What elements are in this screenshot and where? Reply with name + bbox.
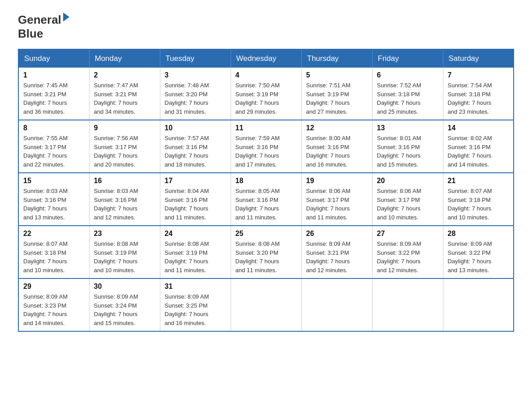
calendar-week-row: 29Sunrise: 8:09 AMSunset: 3:23 PMDayligh… — [18, 278, 514, 331]
day-number: 25 — [236, 230, 297, 238]
day-sun-info: Sunrise: 8:06 AMSunset: 3:17 PMDaylight:… — [306, 187, 368, 222]
day-number: 16 — [94, 177, 155, 185]
day-sun-info: Sunrise: 8:09 AMSunset: 3:22 PMDaylight:… — [377, 240, 438, 274]
day-sun-info: Sunrise: 7:51 AMSunset: 3:19 PMDaylight:… — [306, 81, 368, 116]
calendar-cell: 23Sunrise: 8:08 AMSunset: 3:19 PMDayligh… — [89, 226, 160, 278]
calendar-cell: 12Sunrise: 8:00 AMSunset: 3:16 PMDayligh… — [301, 120, 372, 173]
day-number: 15 — [23, 177, 85, 185]
day-sun-info: Sunrise: 8:01 AMSunset: 3:16 PMDaylight:… — [377, 134, 438, 169]
day-of-week-header: Monday — [89, 49, 160, 68]
day-number: 17 — [165, 177, 226, 185]
calendar-cell: 7Sunrise: 7:54 AMSunset: 3:18 PMDaylight… — [443, 68, 514, 120]
calendar-cell: 15Sunrise: 8:03 AMSunset: 3:16 PMDayligh… — [18, 173, 89, 226]
day-sun-info: Sunrise: 8:09 AMSunset: 3:22 PMDaylight:… — [448, 240, 509, 274]
calendar-cell: 14Sunrise: 8:02 AMSunset: 3:16 PMDayligh… — [443, 120, 514, 173]
calendar-cell: 17Sunrise: 8:04 AMSunset: 3:16 PMDayligh… — [160, 173, 231, 226]
day-sun-info: Sunrise: 8:09 AMSunset: 3:24 PMDaylight:… — [94, 292, 155, 327]
calendar-cell — [443, 278, 514, 331]
calendar-cell — [231, 278, 301, 331]
day-number: 20 — [377, 177, 438, 185]
calendar-week-row: 8Sunrise: 7:55 AMSunset: 3:17 PMDaylight… — [18, 120, 514, 173]
calendar-cell: 10Sunrise: 7:57 AMSunset: 3:16 PMDayligh… — [160, 120, 231, 173]
day-number: 2 — [94, 71, 155, 79]
calendar-cell: 13Sunrise: 8:01 AMSunset: 3:16 PMDayligh… — [372, 120, 443, 173]
day-sun-info: Sunrise: 7:56 AMSunset: 3:17 PMDaylight:… — [94, 134, 155, 169]
calendar-week-row: 1Sunrise: 7:45 AMSunset: 3:21 PMDaylight… — [18, 68, 514, 120]
day-sun-info: Sunrise: 7:45 AMSunset: 3:21 PMDaylight:… — [23, 81, 85, 116]
calendar-week-row: 22Sunrise: 8:07 AMSunset: 3:18 PMDayligh… — [18, 226, 514, 278]
day-sun-info: Sunrise: 7:57 AMSunset: 3:16 PMDaylight:… — [165, 134, 226, 169]
day-sun-info: Sunrise: 7:59 AMSunset: 3:16 PMDaylight:… — [236, 134, 297, 169]
day-sun-info: Sunrise: 8:07 AMSunset: 3:18 PMDaylight:… — [448, 187, 509, 222]
calendar-cell: 29Sunrise: 8:09 AMSunset: 3:23 PMDayligh… — [18, 278, 89, 331]
day-sun-info: Sunrise: 8:08 AMSunset: 3:20 PMDaylight:… — [236, 240, 297, 274]
calendar-cell: 16Sunrise: 8:03 AMSunset: 3:16 PMDayligh… — [89, 173, 160, 226]
calendar-cell: 3Sunrise: 7:48 AMSunset: 3:20 PMDaylight… — [160, 68, 231, 120]
day-sun-info: Sunrise: 8:08 AMSunset: 3:19 PMDaylight:… — [94, 240, 155, 274]
calendar-cell — [301, 278, 372, 331]
day-sun-info: Sunrise: 7:47 AMSunset: 3:21 PMDaylight:… — [94, 81, 155, 116]
day-number: 5 — [306, 71, 368, 79]
day-number: 3 — [165, 71, 226, 79]
day-sun-info: Sunrise: 8:05 AMSunset: 3:16 PMDaylight:… — [236, 187, 297, 222]
logo-arrow-icon — [63, 13, 69, 21]
day-sun-info: Sunrise: 8:09 AMSunset: 3:23 PMDaylight:… — [23, 292, 85, 327]
calendar-cell: 5Sunrise: 7:51 AMSunset: 3:19 PMDaylight… — [301, 68, 372, 120]
day-number: 19 — [306, 177, 368, 185]
calendar-cell: 20Sunrise: 8:06 AMSunset: 3:17 PMDayligh… — [372, 173, 443, 226]
day-number: 11 — [236, 124, 297, 132]
calendar-cell: 21Sunrise: 8:07 AMSunset: 3:18 PMDayligh… — [443, 173, 514, 226]
day-sun-info: Sunrise: 8:09 AMSunset: 3:25 PMDaylight:… — [165, 292, 226, 327]
calendar-cell: 26Sunrise: 8:09 AMSunset: 3:21 PMDayligh… — [301, 226, 372, 278]
day-sun-info: Sunrise: 8:03 AMSunset: 3:16 PMDaylight:… — [94, 187, 155, 222]
day-sun-info: Sunrise: 8:08 AMSunset: 3:19 PMDaylight:… — [165, 240, 226, 274]
logo-text-blue: Blue — [18, 27, 43, 40]
day-number: 24 — [165, 230, 226, 238]
day-number: 4 — [236, 71, 297, 79]
day-number: 29 — [23, 283, 85, 291]
day-of-week-header: Thursday — [301, 49, 372, 68]
day-number: 8 — [23, 124, 85, 132]
day-sun-info: Sunrise: 7:52 AMSunset: 3:18 PMDaylight:… — [377, 81, 438, 116]
day-number: 10 — [165, 124, 226, 132]
calendar-cell: 24Sunrise: 8:08 AMSunset: 3:19 PMDayligh… — [160, 226, 231, 278]
day-number: 13 — [377, 124, 438, 132]
day-of-week-header: Wednesday — [231, 49, 301, 68]
day-of-week-header: Friday — [372, 49, 443, 68]
calendar-cell: 1Sunrise: 7:45 AMSunset: 3:21 PMDaylight… — [18, 68, 89, 120]
calendar-cell: 22Sunrise: 8:07 AMSunset: 3:18 PMDayligh… — [18, 226, 89, 278]
day-number: 23 — [94, 230, 155, 238]
calendar-header-row: SundayMondayTuesdayWednesdayThursdayFrid… — [18, 49, 514, 68]
day-number: 21 — [448, 177, 509, 185]
calendar-cell — [372, 278, 443, 331]
calendar-table: SundayMondayTuesdayWednesdayThursdayFrid… — [18, 49, 514, 332]
day-sun-info: Sunrise: 7:50 AMSunset: 3:19 PMDaylight:… — [236, 81, 297, 116]
calendar-cell: 2Sunrise: 7:47 AMSunset: 3:21 PMDaylight… — [89, 68, 160, 120]
calendar-cell: 11Sunrise: 7:59 AMSunset: 3:16 PMDayligh… — [231, 120, 301, 173]
day-number: 30 — [94, 283, 155, 291]
calendar-week-row: 15Sunrise: 8:03 AMSunset: 3:16 PMDayligh… — [18, 173, 514, 226]
day-sun-info: Sunrise: 8:04 AMSunset: 3:16 PMDaylight:… — [165, 187, 226, 222]
calendar-cell: 27Sunrise: 8:09 AMSunset: 3:22 PMDayligh… — [372, 226, 443, 278]
day-number: 18 — [236, 177, 297, 185]
calendar-cell: 28Sunrise: 8:09 AMSunset: 3:22 PMDayligh… — [443, 226, 514, 278]
day-of-week-header: Sunday — [18, 49, 89, 68]
day-sun-info: Sunrise: 8:03 AMSunset: 3:16 PMDaylight:… — [23, 187, 85, 222]
calendar-cell: 31Sunrise: 8:09 AMSunset: 3:25 PMDayligh… — [160, 278, 231, 331]
day-sun-info: Sunrise: 8:06 AMSunset: 3:17 PMDaylight:… — [377, 187, 438, 222]
day-of-week-header: Saturday — [443, 49, 514, 68]
calendar-cell: 8Sunrise: 7:55 AMSunset: 3:17 PMDaylight… — [18, 120, 89, 173]
calendar-cell: 18Sunrise: 8:05 AMSunset: 3:16 PMDayligh… — [231, 173, 301, 226]
logo: General Blue — [18, 13, 69, 40]
day-number: 1 — [23, 71, 85, 79]
day-number: 9 — [94, 124, 155, 132]
day-number: 28 — [448, 230, 509, 238]
day-of-week-header: Tuesday — [160, 49, 231, 68]
calendar-cell: 19Sunrise: 8:06 AMSunset: 3:17 PMDayligh… — [301, 173, 372, 226]
day-sun-info: Sunrise: 7:54 AMSunset: 3:18 PMDaylight:… — [448, 81, 509, 116]
day-number: 6 — [377, 71, 438, 79]
calendar-cell: 4Sunrise: 7:50 AMSunset: 3:19 PMDaylight… — [231, 68, 301, 120]
logo-text-general: General — [18, 13, 61, 26]
calendar-cell: 25Sunrise: 8:08 AMSunset: 3:20 PMDayligh… — [231, 226, 301, 278]
day-sun-info: Sunrise: 7:55 AMSunset: 3:17 PMDaylight:… — [23, 134, 85, 169]
